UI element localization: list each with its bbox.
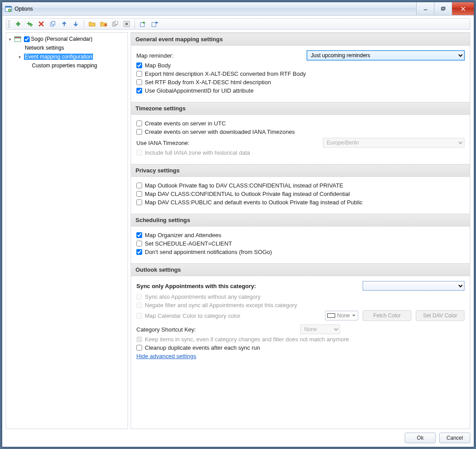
svg-rect-14 xyxy=(125,23,128,25)
color-swatch xyxy=(327,313,335,318)
chk-pub-priv-label: Map DAV CLASS:PUBLIC and default events … xyxy=(145,199,363,206)
settings-panel: General event mapping settings Map remin… xyxy=(131,32,470,429)
import-icon[interactable] xyxy=(150,19,159,29)
chk-negate xyxy=(136,302,142,308)
color-picker: None xyxy=(325,311,358,320)
section-header-scheduling: Scheduling settings xyxy=(131,214,470,226)
chk-utc[interactable] xyxy=(136,121,142,126)
down-icon[interactable] xyxy=(71,19,81,29)
chk-export-xalt-label: Export html description X-ALT-DESC conve… xyxy=(145,70,306,77)
chk-priv-conf[interactable] xyxy=(136,183,142,188)
client-area: ▾ Sogo (Personal Calendar) Network setti… xyxy=(2,16,474,447)
chk-organizer[interactable] xyxy=(136,232,142,238)
expander-icon[interactable]: ▾ xyxy=(19,55,24,59)
iana-timezone-select[interactable]: Europe/Berlin xyxy=(323,138,464,148)
chk-map-body-label: Map Body xyxy=(145,62,171,69)
tree-item-label: Network settings xyxy=(25,45,64,51)
folder-delete-icon[interactable] xyxy=(99,19,108,29)
chk-cleanup[interactable] xyxy=(136,345,142,351)
chk-export-xalt[interactable] xyxy=(136,71,142,77)
delete-icon[interactable] xyxy=(36,19,46,29)
add-multi-icon[interactable] xyxy=(25,19,35,29)
window-buttons xyxy=(416,2,474,15)
window-title: Options xyxy=(15,6,416,12)
color-none-label: None xyxy=(337,312,350,319)
hide-advanced-link[interactable]: Hide advanced settings xyxy=(136,353,196,359)
chk-no-notif-label: Don't send appointment notifications (fr… xyxy=(145,249,272,255)
chk-no-notif[interactable] xyxy=(136,249,142,255)
tree-root-checkbox[interactable] xyxy=(24,36,30,42)
chk-full-iana xyxy=(136,150,142,156)
select-all-icon[interactable] xyxy=(122,19,132,29)
tree-root-label: Sogo (Personal Calendar) xyxy=(31,36,93,42)
toolbar-separator xyxy=(84,20,84,28)
sync-cat-label: Sync only Appointments with this categor… xyxy=(136,283,256,289)
chk-cleanup-label: Cleanup duplicate events after each sync… xyxy=(145,344,260,351)
chk-map-body[interactable] xyxy=(136,62,142,68)
chk-iana-dl[interactable] xyxy=(136,129,142,135)
svg-rect-5 xyxy=(442,7,445,9)
app-icon xyxy=(5,5,12,12)
options-window: Options xyxy=(2,2,474,447)
sync-category-select[interactable] xyxy=(363,281,464,291)
chk-negate-label: Negate filter and sync all Appointments … xyxy=(145,302,297,308)
cancel-button[interactable]: Cancel xyxy=(439,433,470,443)
copy-icon[interactable] xyxy=(48,19,58,29)
chk-iana-dl-label: Create events on server with downloaded … xyxy=(145,129,295,135)
titlebar: Options xyxy=(2,2,474,16)
toolbar-grip xyxy=(8,20,10,27)
chk-map-color xyxy=(136,313,142,319)
svg-rect-1 xyxy=(5,6,12,8)
svg-rect-9 xyxy=(52,21,55,25)
folder-icon[interactable] xyxy=(87,19,97,29)
up-icon[interactable] xyxy=(59,19,69,29)
copy-all-icon[interactable] xyxy=(110,19,120,29)
cat-shortcut-select: None xyxy=(300,324,340,334)
map-reminder-label: Map reminder: xyxy=(136,52,174,59)
cat-shortcut-label: Category Shortcut Key: xyxy=(136,326,300,333)
calendar-icon xyxy=(14,36,21,42)
toolbar xyxy=(6,18,470,30)
chk-set-rtf-label: Set RTF Body from X-ALT-DESC html descri… xyxy=(145,79,271,86)
tree-item-custom-props[interactable]: Custom properties mapping xyxy=(7,61,127,70)
expander-icon[interactable]: ▾ xyxy=(9,37,14,42)
chk-sync-nocat xyxy=(136,294,142,300)
tree-item-network[interactable]: Network settings xyxy=(7,43,127,52)
section-header-timezone: Timezone settings xyxy=(131,102,470,115)
minimize-button[interactable] xyxy=(416,2,434,15)
tree-panel: ▾ Sogo (Personal Calendar) Network setti… xyxy=(6,32,128,429)
map-reminder-select[interactable]: Just upcoming reminders xyxy=(307,51,464,60)
close-button[interactable] xyxy=(452,2,474,15)
maximize-button[interactable] xyxy=(434,2,452,15)
chk-set-rtf[interactable] xyxy=(136,79,142,85)
ok-button[interactable]: Ok xyxy=(405,433,436,443)
chk-full-iana-label: Include full IANA zone with historical d… xyxy=(145,149,250,156)
chk-keep-sync xyxy=(136,336,142,342)
toolbar-separator xyxy=(135,20,135,28)
chk-sync-nocat-label: Sync also Appointments without any categ… xyxy=(145,293,261,300)
svg-rect-4 xyxy=(441,8,444,10)
chk-utc-label: Create events on server in UTC xyxy=(145,120,226,127)
svg-rect-12 xyxy=(115,21,118,24)
tree-item-label: Custom properties mapping xyxy=(32,62,97,69)
chk-pub-priv[interactable] xyxy=(136,199,142,205)
add-icon[interactable] xyxy=(13,19,23,29)
section-header-privacy: Privacy settings xyxy=(131,164,470,177)
chk-organizer-label: Map Organizer and Attendees xyxy=(145,232,221,238)
use-iana-label: Use IANA Timezone: xyxy=(136,140,190,146)
set-dav-color-button: Set DAV Color xyxy=(416,310,464,321)
chk-priv-conf-label: Map Outlook Private flag to DAV CLASS:CO… xyxy=(145,182,343,189)
dialog-footer: Ok Cancel xyxy=(6,429,470,443)
tree-root[interactable]: ▾ Sogo (Personal Calendar) xyxy=(7,35,127,43)
chk-sched-client[interactable] xyxy=(136,241,142,246)
chk-map-color-label: Map Calendar Color to category color xyxy=(145,312,240,319)
section-header-outlook: Outlook settings xyxy=(131,263,470,276)
tree-item-event-mapping[interactable]: ▾ Event mapping configuration xyxy=(7,52,127,61)
section-header-general: General event mapping settings xyxy=(131,33,470,46)
chk-global-id[interactable] xyxy=(136,88,142,94)
export-icon[interactable] xyxy=(138,19,148,29)
chk-conf-priv[interactable] xyxy=(136,191,142,197)
tree-item-label: Event mapping configuration xyxy=(24,54,93,60)
svg-rect-18 xyxy=(15,37,21,38)
chk-keep-sync-label: Keep items in sync, even if category cha… xyxy=(145,336,349,343)
